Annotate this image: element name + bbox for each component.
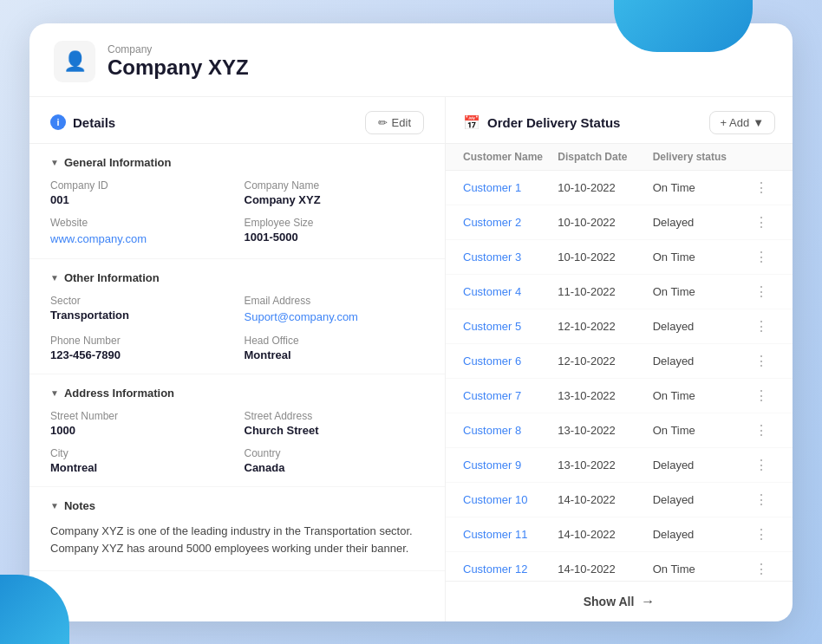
field-value-company-id: 001 xyxy=(50,193,231,206)
main-card: 👤 Company Company XYZ i Details ✏ Edit xyxy=(29,23,793,621)
order-panel-title-label: Order Delivery Status xyxy=(487,115,620,130)
delivery-status: Delayed xyxy=(653,459,747,472)
customer-link[interactable]: Customer 11 xyxy=(463,528,558,541)
customer-link[interactable]: Customer 4 xyxy=(463,285,558,298)
table-header-row: Customer Name Dispatch Date Delivery sta… xyxy=(446,144,793,171)
add-button[interactable]: + Add ▼ xyxy=(709,111,776,134)
field-phone: Phone Number 123-456-7890 xyxy=(50,335,231,361)
field-label-website: Website xyxy=(50,217,231,229)
order-table: Customer Name Dispatch Date Delivery sta… xyxy=(446,144,793,581)
address-info-title: ▼ Address Information xyxy=(50,387,424,400)
col-header-actions xyxy=(747,151,775,163)
field-label-company-name: Company Name xyxy=(245,179,425,192)
table-row: Customer 6 12-10-2022 Delayed ⋮ xyxy=(446,344,793,379)
customer-link[interactable]: Customer 8 xyxy=(463,424,558,437)
row-menu-button[interactable]: ⋮ xyxy=(747,422,775,439)
row-menu-button[interactable]: ⋮ xyxy=(747,179,775,196)
address-information-section: ▼ Address Information Street Number 1000… xyxy=(29,374,445,487)
field-city: City Montreal xyxy=(50,447,231,474)
company-avatar: 👤 xyxy=(54,41,95,82)
customer-link[interactable]: Customer 7 xyxy=(463,389,558,402)
field-company-id: Company ID 001 xyxy=(50,179,231,206)
person-icon: 👤 xyxy=(63,50,87,73)
customer-link[interactable]: Customer 6 xyxy=(463,355,558,368)
details-title-label: Details xyxy=(73,115,115,130)
general-info-label: General Information xyxy=(64,156,172,169)
customer-link[interactable]: Customer 5 xyxy=(463,320,558,333)
row-menu-button[interactable]: ⋮ xyxy=(747,353,775,369)
dispatch-date: 10-10-2022 xyxy=(558,250,652,263)
order-delivery-panel: 📅 Order Delivery Status + Add ▼ Customer… xyxy=(446,97,793,621)
notes-title: ▼ Notes xyxy=(50,499,424,512)
row-menu-button[interactable]: ⋮ xyxy=(747,457,775,473)
address-info-label: Address Information xyxy=(64,387,174,400)
row-menu-button[interactable]: ⋮ xyxy=(747,561,775,577)
chevron-icon-2: ▼ xyxy=(50,273,59,283)
delivery-status: On Time xyxy=(653,285,747,298)
other-info-title: ▼ Other Information xyxy=(50,271,424,284)
field-value-company-name: Company XYZ xyxy=(245,193,425,206)
row-menu-button[interactable]: ⋮ xyxy=(747,387,775,404)
dispatch-date: 14-10-2022 xyxy=(558,563,652,576)
website-link[interactable]: www.company.com xyxy=(50,232,147,245)
general-fields-grid: Company ID 001 Company Name Company XYZ … xyxy=(50,179,424,246)
table-row: Customer 12 14-10-2022 On Time ⋮ xyxy=(446,552,793,581)
field-street-number: Street Number 1000 xyxy=(50,410,231,437)
customer-link[interactable]: Customer 2 xyxy=(463,216,558,229)
row-menu-button[interactable]: ⋮ xyxy=(747,214,775,231)
field-website: Website www.company.com xyxy=(50,217,231,246)
table-row: Customer 9 13-10-2022 Delayed ⋮ xyxy=(446,448,793,483)
details-title: i Details xyxy=(50,114,115,130)
show-all-label: Show All xyxy=(584,595,635,608)
field-employee-size: Employee Size 1001-5000 xyxy=(245,217,425,246)
details-panel-header: i Details ✏ Edit xyxy=(29,97,445,144)
dispatch-date: 12-10-2022 xyxy=(558,355,652,368)
details-panel: i Details ✏ Edit ▼ General Information C… xyxy=(29,97,446,621)
delivery-status: On Time xyxy=(653,181,747,194)
row-menu-button[interactable]: ⋮ xyxy=(747,283,775,300)
address-fields-grid: Street Number 1000 Street Address Church… xyxy=(50,410,424,474)
edit-label: Edit xyxy=(392,116,411,129)
delivery-status: On Time xyxy=(653,424,747,437)
order-panel-header: 📅 Order Delivery Status + Add ▼ xyxy=(446,97,793,144)
customer-link[interactable]: Customer 10 xyxy=(463,493,558,506)
email-link[interactable]: Suport@company.com xyxy=(245,310,358,323)
col-header-delivery: Delivery status xyxy=(653,151,747,163)
field-label-country: Country xyxy=(245,447,425,459)
edit-button[interactable]: ✏ Edit xyxy=(365,111,424,134)
delivery-status: Delayed xyxy=(653,493,747,506)
show-all-button[interactable]: Show All → xyxy=(446,581,793,621)
header-text: Company Company XYZ xyxy=(108,43,249,80)
field-value-country: Canada xyxy=(245,461,425,474)
dispatch-date: 11-10-2022 xyxy=(558,285,652,298)
other-information-section: ▼ Other Information Sector Transportatio… xyxy=(29,259,445,374)
field-value-phone: 123-456-7890 xyxy=(50,348,231,361)
card-body: i Details ✏ Edit ▼ General Information C… xyxy=(29,97,793,621)
row-menu-button[interactable]: ⋮ xyxy=(747,318,775,335)
field-country: Country Canada xyxy=(245,447,425,474)
dispatch-date: 10-10-2022 xyxy=(558,181,652,194)
dispatch-date: 13-10-2022 xyxy=(558,424,652,437)
other-fields-grid: Sector Transportation Email Address Supo… xyxy=(50,295,424,361)
row-menu-button[interactable]: ⋮ xyxy=(747,526,775,543)
customer-link[interactable]: Customer 9 xyxy=(463,459,558,472)
field-head-office: Head Office Montreal xyxy=(245,335,425,361)
info-icon: i xyxy=(50,114,66,130)
customer-link[interactable]: Customer 3 xyxy=(463,250,558,263)
field-label-company-id: Company ID xyxy=(50,179,231,192)
delivery-status: On Time xyxy=(653,250,747,263)
customer-link[interactable]: Customer 1 xyxy=(463,181,558,194)
dropdown-chevron-icon: ▼ xyxy=(753,116,764,129)
field-label-sector: Sector xyxy=(50,295,231,307)
customer-link[interactable]: Customer 12 xyxy=(463,563,558,576)
table-row: Customer 4 11-10-2022 On Time ⋮ xyxy=(446,275,793,309)
field-label-email: Email Address xyxy=(245,295,425,307)
field-value-street-number: 1000 xyxy=(50,424,231,437)
table-row: Customer 11 14-10-2022 Delayed ⋮ xyxy=(446,517,793,552)
bg-accent-top xyxy=(614,0,753,52)
field-label-street-address: Street Address xyxy=(245,410,425,422)
row-menu-button[interactable]: ⋮ xyxy=(747,491,775,508)
field-label-city: City xyxy=(50,447,231,459)
row-menu-button[interactable]: ⋮ xyxy=(747,249,775,265)
edit-pencil-icon: ✏ xyxy=(378,116,388,129)
